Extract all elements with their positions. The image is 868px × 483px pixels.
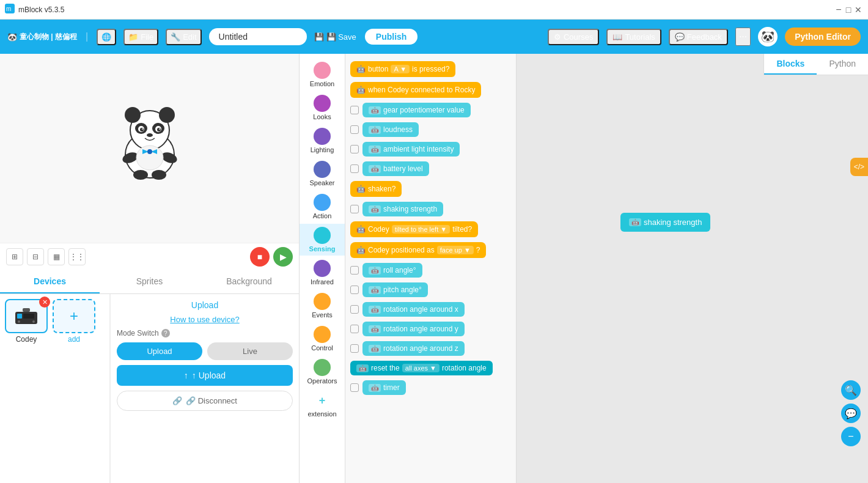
rotation-y-block[interactable]: 🤖 rotation angle around y: [362, 322, 465, 336]
codey-positioned-block[interactable]: 🤖 Codey positioned as face up ▼ ?: [350, 242, 486, 258]
block-codey-tilted[interactable]: 🤖 Codey tilted to the left ▼ tilted?: [345, 219, 516, 240]
big-upload-button[interactable]: ↑ ↑ Upload: [117, 365, 293, 386]
block-cat-extension[interactable]: + extension: [300, 389, 345, 421]
block-rotation-z[interactable]: 🤖 rotation angle around z: [345, 339, 516, 358]
zoom-out-button[interactable]: −: [841, 427, 861, 446]
project-name-input[interactable]: [209, 28, 307, 45]
run-button[interactable]: ▶: [273, 247, 293, 267]
position-dropdown[interactable]: face up ▼: [437, 246, 474, 254]
courses-button[interactable]: ⚙ Courses: [548, 29, 599, 45]
block-reset-rotation[interactable]: 🤖 reset the all axes ▼ rotation angle: [345, 358, 516, 378]
python-editor-button[interactable]: Python Editor: [785, 28, 861, 46]
timer-block[interactable]: 🤖 timer: [362, 380, 406, 395]
roll-angle-block[interactable]: 🤖 roll angle°: [362, 263, 422, 278]
block-cat-action[interactable]: Action: [300, 191, 345, 223]
feedback-button[interactable]: 💬 Feedback: [669, 29, 728, 45]
save-button[interactable]: 💾 💾 Save: [314, 32, 356, 42]
block-cat-sensing[interactable]: Sensing: [300, 224, 345, 256]
expand-stage-button[interactable]: ⊞: [6, 248, 23, 265]
shaking-strength-block[interactable]: 🤖 shaking strength: [362, 202, 443, 216]
tilt-dropdown[interactable]: tilted to the left ▼: [392, 225, 451, 234]
block-ambient-light[interactable]: 🤖 ambient light intensity: [345, 139, 516, 159]
block-pitch-angle[interactable]: 🤖 pitch angle°: [345, 280, 516, 300]
axes-dropdown[interactable]: all axes ▼: [402, 364, 440, 372]
how-to-link[interactable]: How to use device?: [117, 315, 293, 324]
block-cat-emotion[interactable]: Emotion: [300, 59, 345, 90]
avatar[interactable]: 🐼: [758, 27, 778, 46]
close-button[interactable]: ✕: [853, 5, 863, 15]
codey-connected-block[interactable]: 🤖 when Codey connected to Rocky: [350, 82, 481, 98]
block-shaken[interactable]: 🤖 shaken?: [345, 179, 516, 199]
rotation-x-checkbox[interactable]: [350, 305, 359, 314]
shaking-strength-checkbox[interactable]: [350, 205, 359, 213]
rotation-z-block[interactable]: 🤖 rotation angle around z: [362, 341, 465, 356]
block-cat-infrared[interactable]: Infrared: [300, 257, 345, 289]
code-icon-button[interactable]: </>: [850, 158, 868, 176]
ambient-light-checkbox[interactable]: [350, 145, 359, 153]
stop-button[interactable]: ■: [250, 247, 270, 267]
add-device-button[interactable]: +: [53, 299, 95, 333]
rotation-x-block[interactable]: 🤖 rotation angle around x: [362, 302, 465, 317]
block-cat-looks[interactable]: Looks: [300, 92, 345, 124]
ws-shaking-strength-block[interactable]: 🤖 shaking strength: [620, 213, 710, 232]
stage-view-btn-1[interactable]: ⊟: [27, 248, 44, 265]
roll-angle-checkbox[interactable]: [350, 266, 359, 275]
block-roll-angle[interactable]: 🤖 roll angle°: [345, 260, 516, 280]
file-menu[interactable]: 📁 File: [123, 29, 158, 45]
upload-tab-button[interactable]: Upload: [117, 342, 202, 360]
btn-pressed-block[interactable]: 🤖 button A ▼ is pressed?: [350, 61, 455, 77]
block-shaking-strength[interactable]: 🤖 shaking strength: [345, 199, 516, 219]
block-timer[interactable]: 🤖 timer: [345, 378, 516, 397]
battery-block[interactable]: 🤖 battery level: [362, 161, 429, 176]
battery-checkbox[interactable]: [350, 164, 359, 173]
block-gear-pot[interactable]: 🤖 gear potentiometer value: [345, 100, 516, 120]
help-icon[interactable]: ?: [161, 329, 170, 337]
block-cat-speaker[interactable]: Speaker: [300, 158, 345, 190]
remove-codey-button[interactable]: ✕: [39, 297, 50, 308]
tab-background[interactable]: Background: [199, 270, 299, 293]
loudness-checkbox[interactable]: [350, 125, 359, 134]
upload-link[interactable]: Upload: [117, 300, 293, 310]
block-cat-operators[interactable]: Operators: [300, 356, 345, 388]
tab-sprites[interactable]: Sprites: [100, 270, 199, 293]
zoom-comment-button[interactable]: 💬: [841, 404, 861, 423]
pitch-angle-checkbox[interactable]: [350, 286, 359, 294]
ambient-light-block[interactable]: 🤖 ambient light intensity: [362, 142, 460, 157]
block-cat-lighting[interactable]: Lighting: [300, 125, 345, 157]
block-rotation-y[interactable]: 🤖 rotation angle around y: [345, 319, 516, 339]
block-codey-connected[interactable]: 🤖 when Codey connected to Rocky: [345, 79, 516, 100]
workspace-shaking-strength[interactable]: 🤖 shaking strength: [620, 213, 710, 232]
tab-devices[interactable]: Devices: [0, 270, 100, 293]
reset-rotation-block[interactable]: 🤖 reset the all axes ▼ rotation angle: [350, 361, 493, 375]
tab-python[interactable]: Python: [817, 54, 868, 75]
loudness-block[interactable]: 🤖 loudness: [362, 122, 419, 137]
more-button[interactable]: ···: [735, 28, 751, 46]
block-cat-control[interactable]: Control: [300, 323, 345, 355]
live-tab-button[interactable]: Live: [207, 342, 293, 360]
publish-button[interactable]: Publish: [364, 28, 419, 46]
tutorials-button[interactable]: 📖 Tutorials: [606, 29, 661, 45]
gear-pot-checkbox[interactable]: [350, 106, 359, 114]
edit-menu[interactable]: 🔧 Edit: [166, 29, 201, 45]
maximize-button[interactable]: □: [844, 5, 853, 15]
codey-device[interactable]: ✕ Codey: [5, 299, 48, 344]
zoom-in-button[interactable]: 🔍: [841, 380, 861, 400]
block-codey-positioned[interactable]: 🤖 Codey positioned as face up ▼ ?: [345, 240, 516, 260]
rotation-y-checkbox[interactable]: [350, 325, 359, 333]
stage-view-btn-3[interactable]: ⋮⋮: [68, 248, 86, 265]
globe-button[interactable]: 🌐: [97, 29, 116, 45]
gear-pot-block[interactable]: 🤖 gear potentiometer value: [362, 103, 471, 117]
tab-blocks[interactable]: Blocks: [764, 54, 817, 75]
codey-tilted-block[interactable]: 🤖 Codey tilted to the left ▼ tilted?: [350, 221, 478, 237]
block-battery[interactable]: 🤖 battery level: [345, 159, 516, 179]
block-cat-events[interactable]: Events: [300, 290, 345, 322]
timer-checkbox[interactable]: [350, 383, 359, 392]
btn-dropdown[interactable]: A ▼: [391, 65, 410, 73]
stage-view-btn-2[interactable]: ▦: [48, 248, 65, 265]
pitch-angle-block[interactable]: 🤖 pitch angle°: [362, 282, 428, 297]
rotation-z-checkbox[interactable]: [350, 344, 359, 353]
block-loudness[interactable]: 🤖 loudness: [345, 120, 516, 139]
shaken-block[interactable]: 🤖 shaken?: [350, 181, 402, 197]
disconnect-button[interactable]: 🔗 🔗 Disconnect: [117, 391, 293, 411]
minimize-button[interactable]: −: [834, 5, 844, 15]
